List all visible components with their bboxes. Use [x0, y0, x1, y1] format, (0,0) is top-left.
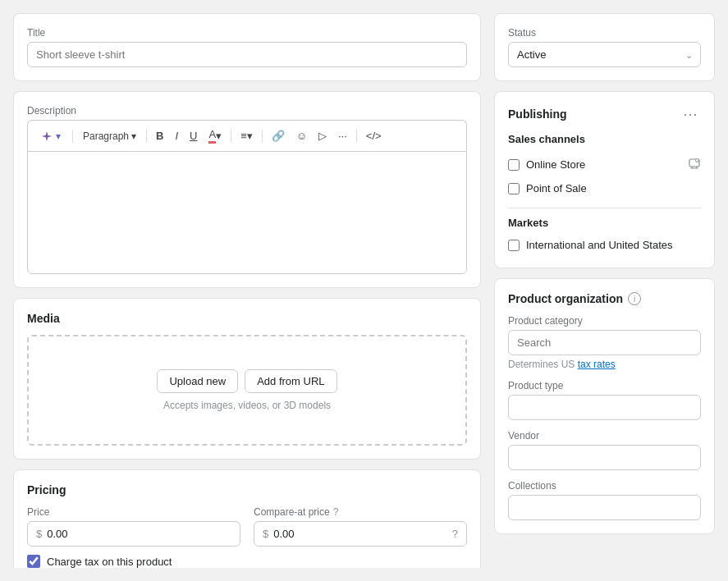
price-field: Price $: [27, 506, 240, 547]
category-search-wrap: [508, 330, 701, 355]
compare-help-icon: ?: [333, 506, 339, 518]
category-search-input[interactable]: [508, 330, 701, 355]
org-header: Product organization i: [508, 292, 701, 305]
pos-checkbox[interactable]: [508, 183, 520, 194]
media-section: Media Upload new Add from URL Accepts im…: [13, 298, 481, 460]
pos-label: Point of Sale: [526, 182, 587, 194]
price-input-wrap: $: [27, 521, 240, 547]
online-store-label: Online Store: [526, 158, 585, 171]
tax-rates-link[interactable]: tax rates: [578, 359, 616, 370]
compare-price-label: Compare-at price ?: [254, 506, 467, 518]
collections-group: Collections: [508, 480, 701, 520]
tax-hint-text: Determines US tax rates: [508, 359, 701, 370]
editor-toolbar: ▾ Paragraph ▾ B I U A ▾: [27, 120, 467, 151]
compare-input-wrap: $ ?: [254, 521, 467, 547]
publishing-title: Publishing: [508, 108, 567, 121]
price-input[interactable]: [47, 522, 231, 546]
online-store-channel: Online Store ↗: [508, 152, 701, 177]
pricing-section: Pricing Price $ Compare-at price ? $: [13, 469, 481, 568]
product-category-label: Product category: [508, 315, 701, 327]
status-select[interactable]: Active Draft Archived: [508, 42, 701, 67]
align-button[interactable]: ≡ ▾: [236, 127, 257, 144]
tax-label[interactable]: Charge tax on this product: [47, 556, 172, 568]
add-from-url-button[interactable]: Add from URL: [245, 369, 337, 393]
org-info-icon: i: [628, 292, 641, 305]
product-type-input[interactable]: [508, 395, 701, 420]
international-label: International and United States: [526, 239, 673, 251]
description-section: Description ▾ Paragraph ▾: [13, 91, 481, 288]
media-hint: Accepts images, videos, or 3D models: [163, 400, 331, 411]
online-store-icon: ↗: [688, 157, 701, 172]
pos-channel: Point of Sale: [508, 177, 701, 199]
title-input[interactable]: [27, 42, 467, 67]
compare-price-input[interactable]: [273, 522, 447, 546]
title-section: Title: [13, 13, 481, 81]
product-org-section: Product organization i Product category …: [494, 278, 715, 534]
sep-5: [356, 130, 357, 143]
price-prefix: $: [36, 528, 42, 540]
link-button[interactable]: 🔗: [268, 127, 289, 144]
online-store-checkbox[interactable]: [508, 159, 520, 171]
international-checkbox[interactable]: [508, 240, 520, 251]
publishing-section: Publishing ⋯ Sales channels Online Store…: [494, 91, 715, 268]
ai-icon: [41, 130, 53, 142]
sep-1: [72, 130, 73, 143]
emoji-button[interactable]: ☺: [292, 127, 311, 144]
product-type-label: Product type: [508, 380, 701, 391]
status-label: Status: [508, 27, 701, 39]
pricing-title: Pricing: [27, 483, 467, 496]
collections-label: Collections: [508, 480, 701, 492]
description-label: Description: [27, 105, 467, 117]
code-button[interactable]: </>: [362, 127, 386, 144]
bold-button[interactable]: B: [152, 127, 167, 144]
vendor-group: Vendor: [508, 430, 701, 470]
font-color-button[interactable]: A ▾: [204, 126, 226, 146]
compare-prefix: $: [263, 528, 268, 540]
markets-label: Markets: [508, 217, 701, 229]
sep-4: [262, 130, 263, 143]
upload-new-button[interactable]: Upload new: [157, 369, 238, 393]
more-button[interactable]: ···: [334, 127, 351, 144]
sales-channels-label: Sales channels: [508, 133, 701, 145]
vendor-label: Vendor: [508, 430, 701, 441]
sep-2: [146, 130, 147, 143]
status-section: Status Active Draft Archived ⌄: [494, 13, 715, 81]
divider-markets: [508, 208, 701, 208]
title-label: Title: [27, 27, 467, 39]
compare-price-field: Compare-at price ? $ ?: [254, 506, 467, 547]
svg-text:↗: ↗: [697, 159, 699, 162]
collections-input[interactable]: [508, 495, 701, 520]
compare-info-icon: ?: [452, 528, 458, 540]
media-dropzone[interactable]: Upload new Add from URL Accepts images, …: [27, 335, 467, 446]
tax-row: Charge tax on this product: [27, 555, 467, 568]
tax-checkbox[interactable]: [27, 555, 40, 568]
vendor-input[interactable]: [508, 445, 701, 470]
publishing-more-button[interactable]: ⋯: [680, 105, 701, 123]
sep-3: [231, 130, 231, 143]
status-select-wrap: Active Draft Archived ⌄: [508, 42, 701, 67]
media-title: Media: [27, 312, 467, 325]
media-button[interactable]: ▷: [314, 127, 331, 144]
paragraph-select[interactable]: Paragraph ▾: [78, 128, 141, 144]
product-type-group: Product type: [508, 380, 701, 420]
editor-area[interactable]: [27, 151, 467, 274]
product-category-group: Product category Determines US tax rates: [508, 315, 701, 370]
underline-button[interactable]: U: [185, 127, 201, 144]
ai-button[interactable]: ▾: [34, 127, 67, 145]
price-label: Price: [27, 506, 240, 518]
italic-button[interactable]: I: [171, 127, 182, 144]
product-org-title: Product organization: [508, 292, 623, 305]
international-market: International and United States: [508, 236, 701, 254]
publishing-header: Publishing ⋯: [508, 105, 701, 123]
ai-chevron: ▾: [56, 130, 61, 142]
